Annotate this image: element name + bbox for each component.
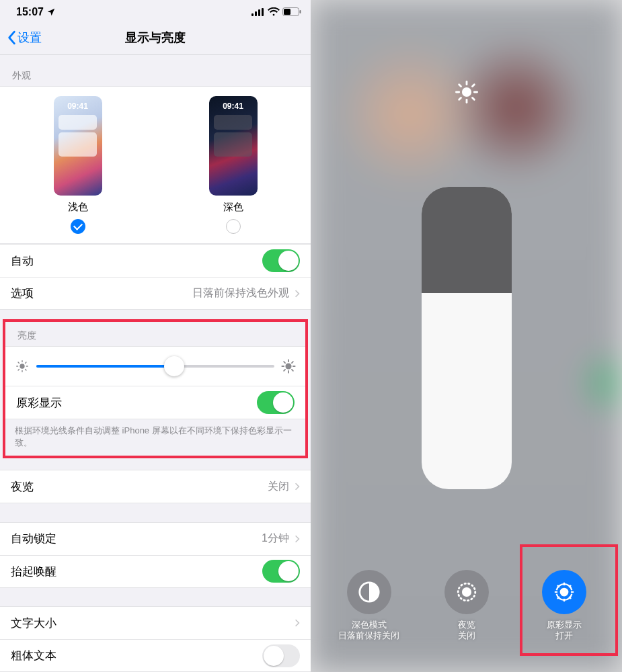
- svg-point-35: [461, 587, 471, 596]
- svg-line-12: [18, 362, 19, 363]
- brightness-slider-row: [5, 346, 305, 386]
- svg-point-7: [20, 364, 24, 369]
- location-icon: [46, 7, 56, 17]
- lock-group: 自动锁定 1分钟 抬起唤醒: [0, 522, 311, 588]
- svg-point-25: [461, 87, 471, 97]
- auto-switch[interactable]: [262, 249, 300, 272]
- brightness-section-label: 亮度: [5, 322, 305, 346]
- svg-line-15: [26, 362, 26, 363]
- battery-icon: [282, 7, 301, 16]
- nightshift-value: 关闭: [268, 480, 289, 494]
- text-group: 文字大小 粗体文本: [0, 606, 311, 672]
- status-time-text: 15:07: [16, 6, 44, 18]
- nightshift-title: 夜览: [458, 620, 475, 630]
- raise-row[interactable]: 抬起唤醒: [0, 555, 311, 587]
- page-title: 显示与亮度: [0, 30, 311, 46]
- appearance-option-light[interactable]: 09:41 浅色: [54, 96, 102, 234]
- chevron-right-icon: [295, 482, 300, 491]
- bold-switch[interactable]: [262, 644, 300, 667]
- chevron-right-icon: [295, 534, 300, 544]
- svg-line-13: [26, 370, 26, 370]
- svg-rect-1: [255, 11, 257, 16]
- raise-label: 抬起唤醒: [11, 564, 56, 579]
- darkmode-icon: [347, 570, 391, 614]
- control-center-screen: 深色模式 日落前保持关闭 夜览 关闭: [311, 0, 622, 672]
- svg-point-16: [285, 364, 291, 370]
- appearance-rows: 自动 选项 日落前保持浅色外观: [0, 244, 311, 310]
- svg-line-32: [459, 98, 461, 100]
- auto-label: 自动: [11, 253, 34, 269]
- sun-large-icon: [281, 359, 296, 374]
- svg-rect-5: [284, 9, 290, 15]
- brightness-sun-icon: [455, 81, 478, 106]
- svg-rect-2: [258, 9, 260, 16]
- brightness-vertical-slider[interactable]: [422, 187, 512, 489]
- truetone-footer: 根据环境光线条件自动调整 iPhone 屏幕以在不同环境下保持色彩显示一致。: [5, 419, 305, 455]
- svg-line-22: [292, 370, 293, 371]
- autolock-label: 自动锁定: [11, 531, 56, 546]
- darkmode-title: 深色模式: [352, 620, 387, 630]
- autolock-row[interactable]: 自动锁定 1分钟: [0, 523, 311, 555]
- svg-line-31: [472, 98, 474, 100]
- nightshift-icon: [444, 570, 489, 614]
- appearance-option-dark[interactable]: 09:41 深色: [209, 96, 258, 234]
- sun-small-icon: [15, 359, 30, 374]
- slider-thumb[interactable]: [164, 356, 184, 376]
- status-time: 15:07: [16, 6, 56, 18]
- textsize-row[interactable]: 文字大小: [0, 607, 311, 639]
- auto-row[interactable]: 自动: [0, 245, 311, 277]
- brightness-highlight: 亮度: [3, 319, 308, 458]
- raise-switch[interactable]: [262, 560, 300, 583]
- chevron-right-icon: [295, 618, 300, 628]
- back-label: 设置: [17, 30, 42, 46]
- autolock-value: 1分钟: [262, 532, 289, 546]
- dark-preview-clock: 09:41: [209, 101, 258, 111]
- options-value: 日落前保持浅色外观: [192, 286, 289, 300]
- light-preview: 09:41: [54, 96, 102, 196]
- svg-rect-6: [300, 10, 301, 13]
- darkmode-button[interactable]: 深色模式 日落前保持关闭: [329, 570, 410, 642]
- nightshift-label: 夜览: [11, 479, 34, 495]
- wifi-icon: [268, 7, 280, 16]
- settings-screen: 15:07 设置 显示与亮度 外观 09:41: [0, 0, 311, 672]
- svg-line-30: [459, 85, 461, 87]
- truetone-highlight: [520, 544, 618, 656]
- bold-label: 粗体文本: [11, 648, 56, 663]
- nav-bar: 设置 显示与亮度: [0, 21, 311, 55]
- options-row[interactable]: 选项 日落前保持浅色外观: [0, 277, 311, 309]
- cellular-icon: [251, 8, 265, 16]
- light-preview-clock: 09:41: [54, 101, 102, 111]
- darkmode-sub: 日落前保持关闭: [338, 630, 399, 640]
- svg-rect-0: [251, 13, 254, 16]
- appearance-section-label: 外观: [0, 55, 311, 86]
- svg-line-24: [292, 362, 293, 364]
- svg-line-33: [472, 85, 474, 87]
- chevron-right-icon: [295, 289, 300, 298]
- back-button[interactable]: 设置: [7, 30, 42, 46]
- dark-radio[interactable]: [226, 219, 241, 234]
- svg-line-23: [284, 370, 285, 371]
- nightshift-button[interactable]: 夜览 关闭: [426, 570, 507, 642]
- svg-line-14: [18, 370, 19, 370]
- brightness-slider[interactable]: [36, 365, 274, 368]
- options-label: 选项: [11, 286, 34, 301]
- dark-preview: 09:41: [209, 96, 258, 196]
- truetone-row[interactable]: 原彩显示: [5, 386, 305, 419]
- textsize-label: 文字大小: [11, 616, 56, 631]
- status-bar: 15:07: [0, 0, 311, 21]
- truetone-label: 原彩显示: [16, 395, 62, 411]
- svg-rect-3: [262, 8, 264, 16]
- svg-line-21: [284, 362, 285, 364]
- dark-option-label: 深色: [223, 201, 243, 214]
- nightshift-group: 夜览 关闭: [0, 470, 311, 503]
- chevron-left-icon: [7, 30, 16, 45]
- nightshift-row[interactable]: 夜览 关闭: [0, 470, 311, 503]
- light-option-label: 浅色: [68, 201, 88, 214]
- light-radio[interactable]: [71, 219, 85, 234]
- appearance-picker: 09:41 浅色 09:41 深色: [0, 86, 311, 244]
- bold-row[interactable]: 粗体文本: [0, 639, 311, 671]
- truetone-switch[interactable]: [257, 391, 295, 414]
- nightshift-sub: 关闭: [458, 630, 475, 640]
